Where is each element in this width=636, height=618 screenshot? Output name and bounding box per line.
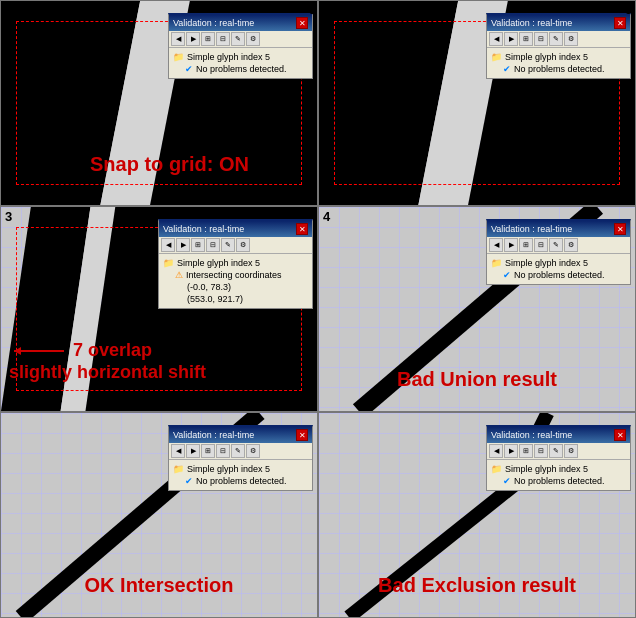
validation-title-3: Validation : real-time — [163, 224, 244, 234]
check-icon-1: ✔ — [185, 64, 193, 74]
validation-dialog-3[interactable]: Validation : real-time ✕ ◀ ▶ ⊞ ⊟ ✎ ⚙ 📁 S… — [158, 219, 313, 309]
arrow-label: 7 overlap — [9, 340, 152, 361]
glyph-label-bl: Simple glyph index 5 — [187, 464, 270, 474]
intersecting-3: Intersecting coordinates — [186, 270, 282, 280]
tb-btn-4b[interactable]: ▶ — [504, 238, 518, 252]
no-problems-4: No problems detected. — [514, 270, 605, 280]
validation-titlebar-5: Validation : real-time ✕ — [487, 15, 630, 31]
validation-close-4[interactable]: ✕ — [614, 223, 626, 235]
tb-btn-brf[interactable]: ⚙ — [564, 444, 578, 458]
check-icon-5: ✔ — [503, 64, 511, 74]
tb-btn-4f[interactable]: ⚙ — [564, 238, 578, 252]
validation-toolbar-bl: ◀ ▶ ⊞ ⊟ ✎ ⚙ — [169, 443, 312, 460]
validation-close-bl[interactable]: ✕ — [296, 429, 308, 441]
validation-content-br: 📁 Simple glyph index 5 ✔ No problems det… — [487, 460, 630, 490]
tb-btn-4a[interactable]: ◀ — [489, 238, 503, 252]
tb-btn-5d[interactable]: ⊟ — [534, 32, 548, 46]
validation-close-1[interactable]: ✕ — [296, 17, 308, 29]
tb-btn-1a[interactable]: ◀ — [171, 32, 185, 46]
validation-dialog-br[interactable]: Validation : real-time ✕ ◀ ▶ ⊞ ⊟ ✎ ⚙ 📁 S… — [486, 425, 631, 491]
check-icon-bl: ✔ — [185, 476, 193, 486]
tb-btn-brc[interactable]: ⊞ — [519, 444, 533, 458]
no-problems-bl: No problems detected. — [196, 476, 287, 486]
coord1-3: (-0.0, 78.3) — [187, 282, 231, 292]
validation-content-4: 📁 Simple glyph index 5 ✔ No problems det… — [487, 254, 630, 284]
validation-close-5[interactable]: ✕ — [614, 17, 626, 29]
validation-dialog-1[interactable]: Validation : real-time ✕ ◀ ▶ ⊞ ⊟ ✎ ⚙ 📁 S… — [168, 13, 313, 79]
validation-close-br[interactable]: ✕ — [614, 429, 626, 441]
tb-btn-blb[interactable]: ▶ — [186, 444, 200, 458]
main-grid: 1 Validation : real-time ✕ ◀ ▶ ⊞ ⊟ ✎ ⚙ 📁… — [0, 0, 636, 618]
glyph-label-3: Simple glyph index 5 — [177, 258, 260, 268]
validation-toolbar-5: ◀ ▶ ⊞ ⊟ ✎ ⚙ — [487, 31, 630, 48]
cell-1: 1 Validation : real-time ✕ ◀ ▶ ⊞ ⊟ ✎ ⚙ 📁… — [0, 0, 318, 206]
tb-btn-4d[interactable]: ⊟ — [534, 238, 548, 252]
validation-title-1: Validation : real-time — [173, 18, 254, 28]
tb-btn-bld[interactable]: ⊟ — [216, 444, 230, 458]
tb-btn-brb[interactable]: ▶ — [504, 444, 518, 458]
overlap-label: 7 overlap — [73, 340, 152, 361]
validation-close-3[interactable]: ✕ — [296, 223, 308, 235]
glyph-label-br: Simple glyph index 5 — [505, 464, 588, 474]
tb-btn-1e[interactable]: ✎ — [231, 32, 245, 46]
tb-btn-bra[interactable]: ◀ — [489, 444, 503, 458]
validation-content-3: 📁 Simple glyph index 5 ⚠ Intersecting co… — [159, 254, 312, 308]
validation-titlebar-bl: Validation : real-time ✕ — [169, 427, 312, 443]
tb-btn-1d[interactable]: ⊟ — [216, 32, 230, 46]
glyph-label-1: Simple glyph index 5 — [187, 52, 270, 62]
validation-titlebar-4: Validation : real-time ✕ — [487, 221, 630, 237]
tb-btn-3e[interactable]: ✎ — [221, 238, 235, 252]
tb-btn-1f[interactable]: ⚙ — [246, 32, 260, 46]
tb-btn-3c[interactable]: ⊞ — [191, 238, 205, 252]
tb-btn-5e[interactable]: ✎ — [549, 32, 563, 46]
validation-toolbar-3: ◀ ▶ ⊞ ⊟ ✎ ⚙ — [159, 237, 312, 254]
validation-dialog-bl[interactable]: Validation : real-time ✕ ◀ ▶ ⊞ ⊟ ✎ ⚙ 📁 S… — [168, 425, 313, 491]
no-problems-1: No problems detected. — [196, 64, 287, 74]
validation-titlebar-br: Validation : real-time ✕ — [487, 427, 630, 443]
cell-number-1: 1 — [5, 3, 12, 18]
tb-btn-4c[interactable]: ⊞ — [519, 238, 533, 252]
tb-btn-3f[interactable]: ⚙ — [236, 238, 250, 252]
tb-btn-1b[interactable]: ▶ — [186, 32, 200, 46]
cell-number-3: 3 — [5, 209, 12, 224]
tb-btn-bre[interactable]: ✎ — [549, 444, 563, 458]
tb-btn-blc[interactable]: ⊞ — [201, 444, 215, 458]
tb-btn-5c[interactable]: ⊞ — [519, 32, 533, 46]
validation-title-5: Validation : real-time — [491, 18, 572, 28]
tb-btn-3d[interactable]: ⊟ — [206, 238, 220, 252]
cell-3: 3 7 overlap slightly horizontal shift Va… — [0, 206, 318, 412]
bad-exclusion-label: Bad Exclusion result — [319, 574, 635, 597]
glyph-label-5: Simple glyph index 5 — [505, 52, 588, 62]
validation-toolbar-br: ◀ ▶ ⊞ ⊟ ✎ ⚙ — [487, 443, 630, 460]
tb-btn-blf[interactable]: ⚙ — [246, 444, 260, 458]
cell-bottom-left: OK Intersection Validation : real-time ✕… — [0, 412, 318, 618]
tb-btn-3b[interactable]: ▶ — [176, 238, 190, 252]
tb-btn-5a[interactable]: ◀ — [489, 32, 503, 46]
no-problems-br: No problems detected. — [514, 476, 605, 486]
validation-content-bl: 📁 Simple glyph index 5 ✔ No problems det… — [169, 460, 312, 490]
ok-intersection-label: OK Intersection — [1, 574, 317, 597]
arrow-icon — [9, 341, 69, 361]
tb-btn-ble[interactable]: ✎ — [231, 444, 245, 458]
validation-toolbar-1: ◀ ▶ ⊞ ⊟ ✎ ⚙ — [169, 31, 312, 48]
cell-bottom-right: Bad Exclusion result Validation : real-t… — [318, 412, 636, 618]
validation-dialog-4[interactable]: Validation : real-time ✕ ◀ ▶ ⊞ ⊟ ✎ ⚙ 📁 S… — [486, 219, 631, 285]
validation-dialog-5[interactable]: Validation : real-time ✕ ◀ ▶ ⊞ ⊟ ✎ ⚙ 📁 S… — [486, 13, 631, 79]
tb-btn-1c[interactable]: ⊞ — [201, 32, 215, 46]
validation-content-1: 📁 Simple glyph index 5 ✔ No problems det… — [169, 48, 312, 78]
tb-btn-5b[interactable]: ▶ — [504, 32, 518, 46]
tb-btn-4e[interactable]: ✎ — [549, 238, 563, 252]
bad-union-label: Bad Union result — [319, 368, 635, 391]
validation-title-bl: Validation : real-time — [173, 430, 254, 440]
tb-btn-bla[interactable]: ◀ — [171, 444, 185, 458]
svg-marker-10 — [14, 347, 21, 355]
validation-content-5: 📁 Simple glyph index 5 ✔ No problems det… — [487, 48, 630, 78]
tb-btn-5f[interactable]: ⚙ — [564, 32, 578, 46]
validation-title-4: Validation : real-time — [491, 224, 572, 234]
cell-5: 5 Validation : real-time ✕ ◀ ▶ ⊞ ⊟ ✎ ⚙ 📁… — [318, 0, 636, 206]
tb-btn-brd[interactable]: ⊟ — [534, 444, 548, 458]
check-icon-4: ✔ — [503, 270, 511, 280]
cell-number-4: 4 — [323, 209, 330, 224]
validation-titlebar-1: Validation : real-time ✕ — [169, 15, 312, 31]
tb-btn-3a[interactable]: ◀ — [161, 238, 175, 252]
